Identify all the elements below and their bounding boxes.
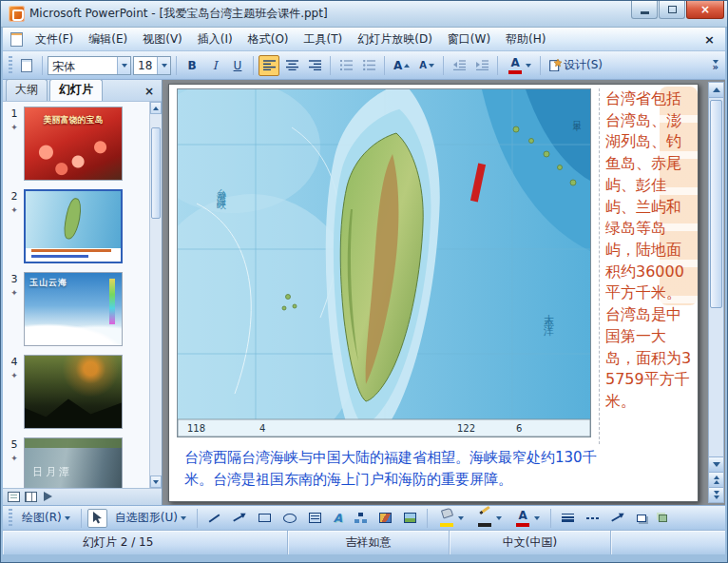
taiwan-map: 台灣海峽 太平洋 日本 118 4 122 6 — [178, 89, 590, 437]
close-button[interactable]: × — [686, 1, 724, 19]
font-color-dropdown-icon[interactable] — [526, 64, 531, 68]
insert-picture-button[interactable] — [399, 509, 421, 528]
oval-tool-button[interactable] — [278, 509, 301, 528]
chevron-down-icon[interactable] — [458, 516, 464, 520]
increase-indent-button[interactable] — [471, 55, 492, 76]
menu-file[interactable]: 文件(F) — [28, 29, 81, 50]
slide-2-thumbnail[interactable] — [24, 189, 123, 263]
shadow-style-button[interactable] — [632, 509, 651, 528]
font-color-swatch — [516, 523, 529, 527]
toolbar-drag-handle[interactable] — [9, 509, 12, 528]
scroll-down-button[interactable] — [150, 476, 162, 488]
bulleted-list-button[interactable] — [358, 55, 379, 76]
font-size-combobox[interactable]: 18 — [133, 56, 171, 75]
textbox-tool-button[interactable] — [304, 509, 326, 528]
menu-slideshow[interactable]: 幻灯片放映(D) — [350, 29, 440, 50]
numbered-list-button[interactable] — [335, 55, 356, 76]
slide-thumbnail-row-1[interactable]: 1 ✦ 美丽富饶的宝岛 — [5, 107, 147, 181]
view-buttons — [3, 488, 162, 505]
arrow-style-button[interactable] — [606, 509, 629, 528]
line-color-button[interactable] — [471, 509, 507, 528]
align-center-button[interactable] — [281, 55, 302, 76]
menu-view[interactable]: 视图(V) — [135, 29, 190, 50]
main-scrollbar[interactable] — [708, 82, 724, 503]
slide-editing-area: 台灣海峽 太平洋 日本 118 4 122 6 台湾省包括台湾岛、澎湖列岛、钓鱼… — [163, 80, 725, 505]
slide-5-thumbnail[interactable]: 日月潭 — [24, 437, 123, 488]
font-name-combobox[interactable]: 宋体 — [48, 56, 131, 75]
slideshow-view-button[interactable] — [42, 492, 54, 502]
menu-edit[interactable]: 编辑(E) — [81, 29, 135, 50]
increase-font-button[interactable]: A — [390, 55, 413, 76]
menu-help[interactable]: 帮助(H) — [498, 29, 553, 50]
arrow-tool-button[interactable] — [228, 509, 251, 528]
scroll-up-button[interactable] — [150, 102, 162, 114]
font-color-button[interactable]: A — [509, 509, 545, 528]
pane-tabs: 大纲 幻灯片 × — [3, 80, 162, 102]
minimize-button[interactable] — [631, 1, 658, 19]
bold-button[interactable]: B — [182, 55, 202, 76]
menu-tools[interactable]: 工具(T) — [297, 29, 351, 50]
align-left-button[interactable] — [259, 55, 279, 76]
decrease-indent-button[interactable] — [449, 55, 469, 76]
pane-scrollbar[interactable] — [149, 102, 162, 488]
slide-canvas[interactable]: 台灣海峽 太平洋 日本 118 4 122 6 台湾省包括台湾岛、澎湖列岛、钓鱼… — [168, 84, 699, 502]
normal-view-button[interactable] — [8, 492, 20, 502]
draw-menu-button[interactable]: 绘图(R) — [17, 509, 75, 528]
slide-right-textbox[interactable]: 台湾省包括台湾岛、澎湖列岛、钓鱼岛、赤尾屿、彭佳屿、兰屿和绿岛等岛屿，陆地面积约… — [599, 88, 694, 444]
chevron-down-icon — [65, 516, 70, 520]
font-size-dropdown-icon[interactable] — [157, 57, 170, 74]
toolbar-drag-handle[interactable] — [9, 56, 12, 75]
slides-pane: 大纲 幻灯片 × 1 ✦ 美丽富饶的宝岛 — [3, 80, 163, 505]
decrease-font-button[interactable]: A — [415, 55, 438, 76]
arrow-style-icon — [611, 512, 624, 524]
next-slide-button[interactable] — [709, 487, 723, 502]
pane-close-button[interactable]: × — [140, 85, 159, 98]
chevron-down-icon[interactable] — [496, 516, 502, 520]
scrollbar-thumb[interactable] — [151, 127, 161, 219]
menu-window[interactable]: 窗口(W) — [440, 29, 498, 50]
toolbar-options-button[interactable]: » — [710, 60, 721, 71]
tab-outline[interactable]: 大纲 — [6, 79, 48, 101]
slide-3-thumbnail[interactable]: 玉山云海 — [24, 272, 123, 346]
font-color-button[interactable]: A — [503, 55, 535, 76]
menu-format[interactable]: 格式(O) — [240, 29, 297, 50]
line-icon — [208, 512, 220, 524]
new-slide-button[interactable] — [16, 55, 37, 76]
scroll-up-button[interactable] — [709, 83, 723, 98]
line-style-button[interactable] — [557, 509, 579, 528]
align-right-button[interactable] — [304, 55, 325, 76]
fill-color-button[interactable] — [433, 509, 469, 528]
scrollbar-thumb[interactable] — [710, 100, 722, 308]
slide-design-button[interactable]: 设计(S) — [546, 55, 606, 76]
document-close-button[interactable]: × — [697, 32, 722, 47]
maximize-button[interactable] — [659, 1, 685, 19]
scroll-down-button[interactable] — [709, 456, 723, 472]
wordart-button[interactable]: A — [329, 509, 347, 528]
rectangle-icon — [259, 514, 271, 522]
slide-1-thumbnail[interactable]: 美丽富饶的宝岛 — [24, 107, 123, 181]
select-objects-button[interactable] — [87, 509, 107, 528]
menu-insert[interactable]: 插入(I) — [190, 29, 240, 50]
slide-thumbnail-row-2[interactable]: 2 ✦ — [5, 189, 147, 263]
italic-button[interactable]: I — [204, 55, 225, 76]
slide-thumbnail-row-5[interactable]: 5 ✦ 日月潭 — [5, 437, 147, 488]
slide-thumbnail-row-3[interactable]: 3 ✦ 玉山云海 — [5, 272, 147, 346]
clipart-button[interactable] — [374, 509, 396, 528]
autoshapes-menu-button[interactable]: 自选图形(U) — [110, 509, 191, 528]
slide-thumbnail-row-4[interactable]: 4 ✦ — [5, 355, 147, 429]
line-tool-button[interactable] — [203, 509, 225, 528]
font-name-dropdown-icon[interactable] — [117, 57, 130, 74]
slide-sorter-view-button[interactable] — [25, 492, 37, 502]
diagram-button[interactable] — [350, 509, 372, 528]
rectangle-tool-button[interactable] — [254, 509, 276, 528]
previous-slide-button[interactable] — [709, 472, 723, 487]
slide-thumbnail-list: 1 ✦ 美丽富饶的宝岛 2 ✦ — [3, 102, 149, 488]
3d-style-button[interactable] — [654, 509, 672, 528]
chevron-down-icon[interactable] — [534, 516, 540, 520]
slide-4-thumbnail[interactable] — [24, 355, 123, 429]
dash-style-button[interactable] — [582, 509, 603, 528]
slide-bottom-textbox[interactable]: 台湾西隔台湾海峡与中国大陆的福建省相望。海峡最窄处约130千米。台湾是祖国东南的… — [184, 447, 608, 492]
underline-button[interactable]: U — [227, 55, 248, 76]
taiwan-map-image[interactable]: 台灣海峽 太平洋 日本 118 4 122 6 — [177, 88, 591, 437]
tab-slides[interactable]: 幻灯片 — [49, 79, 103, 101]
